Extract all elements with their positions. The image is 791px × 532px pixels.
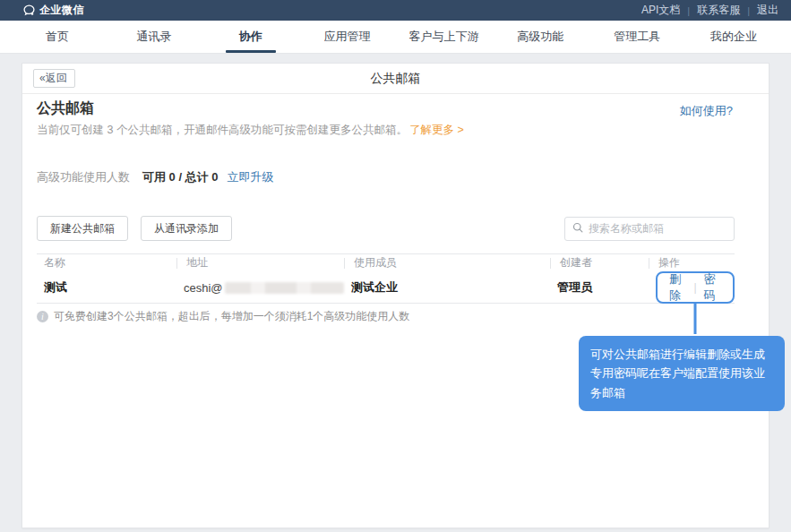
search-icon (572, 220, 589, 236)
public-mailbox-card: 公共邮箱 «返回 公共邮箱 如何使用? 当前仅可创建 3 个公共邮箱，开通邮件高… (21, 63, 770, 528)
table-row: 测试 ceshi@ 测试企业 管理员 删除 | 密码 (37, 271, 735, 304)
redacted-address-blur (225, 282, 344, 294)
toolbar-buttons: 新建公共邮箱 从通讯录添加 (37, 216, 232, 241)
password-link[interactable]: 密码 (704, 271, 721, 304)
api-docs-link[interactable]: API文档 (641, 3, 680, 18)
upgrade-now-link[interactable]: 立即升级 (228, 169, 274, 185)
how-to-use-link[interactable]: 如何使用? (680, 103, 733, 119)
card-header: 公共邮箱 «返回 (22, 64, 769, 94)
mailbox-table: 名称 地址 使用成员 创建者 操作 测试 ceshi@ 测试企业 管理员 删除 … (37, 253, 735, 304)
col-header-name: 名称 (37, 258, 176, 269)
page-title: 公共邮箱 (22, 71, 769, 87)
divider: | (747, 5, 750, 16)
free-quota-note-text: 可免费创建3个公共邮箱，超出后，每增加一个须消耗1个高级功能使用人数 (54, 309, 409, 324)
main-nav: 首页 通讯录 协作 应用管理 客户与上下游 高级功能 管理工具 我的企业 (0, 21, 791, 54)
nav-item-home[interactable]: 首页 (9, 21, 106, 53)
quota-description: 当前仅可创建 3 个公共邮箱，开通邮件高级功能可按需创建更多公共邮箱。了解更多 … (37, 123, 464, 138)
nav-item-collaboration[interactable]: 协作 (202, 21, 299, 53)
col-header-actions: 操作 (649, 258, 735, 269)
row-name: 测试 (37, 279, 176, 296)
back-button[interactable]: «返回 (33, 69, 75, 88)
row-actions-cell: 删除 | 密码 (649, 271, 735, 304)
topbar: 企业微信 API文档 | 联系客服 | 退出 (0, 0, 791, 21)
nav-item-my-company[interactable]: 我的企业 (685, 21, 782, 53)
toolbar: 新建公共邮箱 从通讯录添加 (37, 216, 735, 241)
row-creator: 管理员 (550, 279, 649, 296)
stats-label: 高级功能使用人数 (37, 169, 130, 185)
quota-description-text: 当前仅可创建 3 个公共邮箱，开通邮件高级功能可按需创建更多公共邮箱。 (37, 124, 408, 136)
nav-item-contacts[interactable]: 通讯录 (106, 21, 202, 53)
search-input[interactable] (589, 222, 727, 235)
row-members: 测试企业 (344, 279, 550, 296)
nav-item-apps[interactable]: 应用管理 (299, 21, 396, 53)
wework-logo-icon (23, 4, 35, 16)
logout-link[interactable]: 退出 (757, 3, 778, 18)
nav-item-admin-tools[interactable]: 管理工具 (589, 21, 685, 53)
learn-more-link[interactable]: 了解更多 > (409, 124, 464, 136)
delete-link[interactable]: 删除 (669, 271, 686, 304)
guide-tooltip: 可对公共邮箱进行编辑删除或生成专用密码呢在客户端配置使用该业务邮箱 (579, 336, 785, 411)
nav-item-customers[interactable]: 客户与上下游 (396, 21, 493, 53)
topbar-links: API文档 | 联系客服 | 退出 (641, 3, 778, 18)
divider: | (687, 5, 690, 16)
brand-label: 企业微信 (39, 3, 84, 18)
search-box[interactable] (564, 217, 735, 241)
row-address: ceshi@ (176, 281, 344, 295)
actions-highlight-box: 删除 | 密码 (656, 271, 735, 304)
nav-item-advanced[interactable]: 高级功能 (492, 21, 589, 53)
stats-value: 可用 0 / 总计 0 (142, 169, 219, 185)
col-header-members: 使用成员 (344, 258, 550, 269)
col-header-address: 地址 (176, 258, 344, 269)
new-mailbox-button[interactable]: 新建公共邮箱 (37, 216, 128, 241)
section-heading: 公共邮箱 (37, 99, 94, 118)
brand: 企业微信 (23, 3, 84, 18)
add-from-contacts-button[interactable]: 从通讯录添加 (141, 216, 232, 241)
table-header-row: 名称 地址 使用成员 创建者 操作 (37, 253, 735, 271)
col-header-creator: 创建者 (550, 258, 649, 269)
row-address-prefix: ceshi@ (184, 281, 223, 295)
free-quota-note: i 可免费创建3个公共邮箱，超出后，每增加一个须消耗1个高级功能使用人数 (37, 309, 409, 324)
divider: | (693, 281, 696, 294)
contact-support-link[interactable]: 联系客服 (697, 3, 740, 18)
advanced-usage-stats: 高级功能使用人数 可用 0 / 总计 0 立即升级 (37, 169, 274, 185)
info-icon: i (37, 311, 48, 322)
